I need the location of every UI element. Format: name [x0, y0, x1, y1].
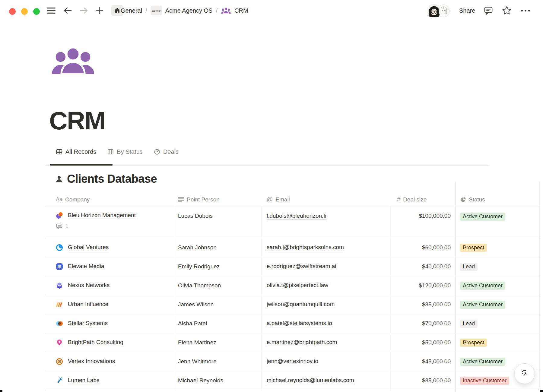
deal-size-cell[interactable]: $100,000.00	[390, 206, 455, 238]
column-header-status[interactable]: Status	[455, 193, 540, 206]
zoom-window-button[interactable]	[33, 8, 40, 15]
status-cell[interactable]: Active Customer	[455, 276, 540, 295]
share-button[interactable]: Share	[459, 7, 475, 14]
status-cell[interactable]: Lead	[455, 314, 540, 333]
company-cell: BrightPath Consulting	[45, 333, 174, 352]
company-cell: Nexus Networks	[45, 276, 174, 295]
clients-table: Aa Company Point Person @ Email # Deal s…	[45, 193, 540, 390]
deal-size-cell[interactable]: $70,000.00	[390, 314, 455, 333]
minimize-window-button[interactable]	[21, 8, 28, 15]
company-link[interactable]: Urban Influence	[68, 301, 108, 308]
notion-crm-window: General / acme Acme Agency OS / CRM	[0, 0, 543, 392]
pie-chart-icon	[154, 148, 160, 155]
comment-indicator[interactable]: 1	[56, 223, 68, 230]
email-cell: e.rodriguez@swiftstream.ai	[262, 257, 390, 276]
email-link[interactable]: e.rodriguez@swiftstream.ai	[267, 263, 336, 270]
email-link[interactable]: michael.reynolds@lumenlabs.com	[267, 377, 354, 384]
column-header-company[interactable]: Aa Company	[45, 193, 174, 206]
status-cell[interactable]: Lead	[455, 257, 540, 276]
sidebar-toggle-icon[interactable]	[47, 7, 56, 14]
column-header-deal-size[interactable]: # Deal size	[390, 193, 455, 206]
point-person-cell[interactable]: Elena Martinez	[174, 333, 262, 352]
company-link[interactable]: Nexus Networks	[68, 282, 110, 289]
company-link[interactable]: Stellar Systems	[68, 320, 108, 327]
company-link[interactable]: BrightPath Consulting	[68, 339, 123, 346]
email-link[interactable]: jwilson@quantumquill.com	[267, 301, 335, 308]
tab-by-status[interactable]: By Status	[107, 148, 143, 155]
forward-icon[interactable]	[80, 7, 88, 14]
company-cell: Stellar Systems	[45, 314, 174, 333]
email-link[interactable]: a.patel@stellarsystems.io	[267, 320, 332, 327]
notion-ai-button[interactable]	[514, 363, 535, 384]
email-link[interactable]: olivia.t@pixelperfect.law	[267, 282, 328, 289]
more-options-icon[interactable]	[520, 9, 531, 12]
point-person-cell[interactable]: Olivia Thompson	[174, 276, 262, 295]
status-cell[interactable]: Prospect	[455, 333, 540, 352]
deal-size-cell[interactable]: $40,000.00	[390, 257, 455, 276]
tab-deals[interactable]: Deals	[154, 148, 179, 155]
email-link[interactable]: e.martinez@brightpath.com	[267, 339, 337, 346]
company-link[interactable]: Global Ventures	[68, 244, 109, 251]
deal-size-cell[interactable]: $35,000.00	[390, 295, 455, 314]
acme-logo[interactable]: acme	[151, 6, 162, 15]
email-link[interactable]: sarah.j@brightsparksolns.com	[267, 244, 344, 251]
column-label: Status	[469, 196, 485, 203]
active-tab-underline	[50, 164, 113, 166]
breadcrumb-crm[interactable]: CRM	[234, 7, 248, 14]
column-label: Company	[65, 196, 90, 203]
point-person-cell[interactable]: Michael Reynolds	[174, 371, 262, 390]
table-row: Global Ventures Sarah Johnson sarah.j@br…	[45, 238, 540, 257]
company-cell: Elevate Media	[45, 257, 174, 276]
company-link[interactable]: Lumen Labs	[68, 377, 100, 384]
tab-all-records[interactable]: All Records	[56, 148, 96, 155]
column-label: Deal size	[403, 196, 427, 203]
company-link[interactable]: Bleu Horizon Management	[68, 212, 136, 219]
point-person-cell[interactable]: Sarah Johnson	[174, 238, 262, 257]
deal-size-cell[interactable]: $45,000.00	[390, 352, 455, 371]
close-window-button[interactable]	[9, 8, 16, 15]
table-row: BrightPath Consulting Elena Martinez e.m…	[45, 333, 540, 352]
column-label: Point Person	[187, 196, 220, 203]
point-person-cell[interactable]: Jenn Whitmore	[174, 352, 262, 371]
status-badge: Prospect	[460, 339, 487, 347]
point-person-cell[interactable]: Emily Rodriguez	[174, 257, 262, 276]
back-icon[interactable]	[63, 7, 72, 14]
email-cell: sarah.j@brightsparksolns.com	[262, 238, 390, 257]
column-header-point-person[interactable]: Point Person	[174, 193, 262, 206]
new-page-icon[interactable]	[96, 7, 103, 14]
company-link[interactable]: Elevate Media	[68, 263, 104, 270]
point-person-cell[interactable]: Aisha Patel	[174, 314, 262, 333]
status-badge: Lead	[460, 320, 478, 328]
column-header-email[interactable]: @ Email	[262, 193, 390, 206]
deal-size-cell[interactable]: $120,000.00	[390, 276, 455, 295]
table-row: Lumen Labs Michael Reynolds michael.reyn…	[45, 371, 540, 390]
company-logo-icon	[56, 244, 63, 251]
company-logo-icon	[56, 301, 63, 308]
tab-label: Deals	[163, 148, 179, 155]
tab-label: All Records	[65, 148, 96, 155]
deal-size-cell[interactable]: $35,000.00	[390, 371, 455, 390]
status-badge: Active Customer	[460, 358, 505, 366]
company-logo-icon	[56, 282, 63, 289]
email-link[interactable]: jenn@vertexinnov.io	[267, 358, 318, 365]
avatar[interactable]	[427, 3, 442, 18]
breadcrumb-general[interactable]: General	[121, 7, 142, 14]
comments-icon[interactable]	[484, 6, 493, 15]
email-link[interactable]: l.dubois@bleuhorizon.fr	[267, 213, 327, 220]
deal-size-cell[interactable]: $50,000.00	[390, 333, 455, 352]
point-person-cell[interactable]: Lucas Dubois	[174, 206, 262, 238]
page-icon-people-group[interactable]	[51, 47, 95, 75]
deal-size-cell[interactable]: $60,000.00	[390, 238, 455, 257]
company-cell: Global Ventures	[45, 238, 174, 257]
database-title[interactable]: Clients Database	[67, 172, 157, 185]
breadcrumb-acme-agency-os[interactable]: Acme Agency OS	[165, 7, 213, 14]
status-cell[interactable]: Prospect	[455, 238, 540, 257]
email-cell: a.patel@stellarsystems.io	[262, 314, 390, 333]
status-cell[interactable]: Active Customer	[455, 295, 540, 314]
point-person-cell[interactable]: James Wilson	[174, 295, 262, 314]
company-logo-icon	[56, 263, 63, 270]
status-cell[interactable]: Active Customer	[455, 206, 540, 238]
email-cell: e.martinez@brightpath.com	[262, 333, 390, 352]
favorite-star-icon[interactable]	[502, 5, 512, 16]
company-link[interactable]: Vertex Innovations	[68, 358, 115, 365]
